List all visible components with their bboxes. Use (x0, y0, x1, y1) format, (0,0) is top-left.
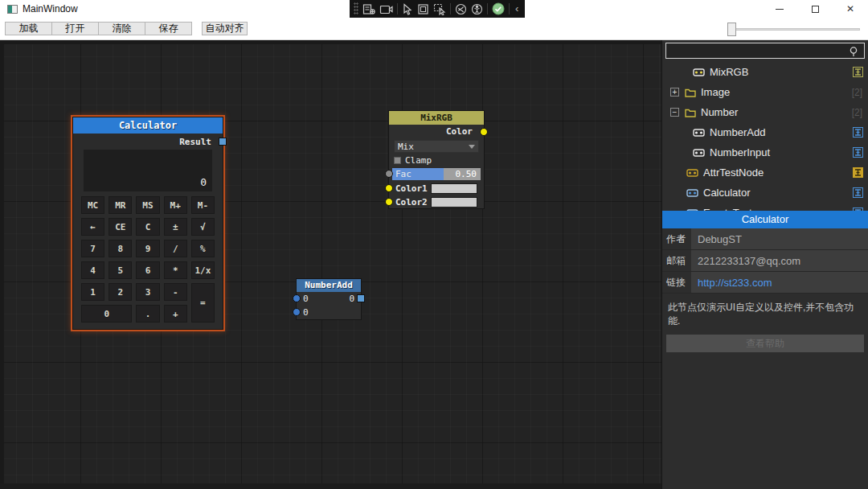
drag-grip-icon[interactable] (354, 2, 358, 15)
key-3[interactable]: 3 (136, 283, 159, 301)
color-output-connector[interactable] (480, 128, 488, 136)
numberadd-node-title[interactable]: NumberAdd (297, 279, 361, 292)
key-plusminus[interactable]: ± (164, 218, 187, 236)
fac-label: Fac (395, 169, 411, 179)
tree-item-attrtestnode[interactable]: AttrTestNode (662, 162, 868, 183)
zoom-slider[interactable] (727, 26, 860, 32)
key-plus[interactable]: + (164, 305, 187, 323)
key-dot[interactable]: . (136, 305, 159, 323)
key-ce[interactable]: CE (108, 218, 132, 236)
link-value[interactable]: http://st233.com (691, 272, 868, 293)
key-8[interactable]: 8 (108, 240, 132, 257)
key-0[interactable]: 0 (81, 305, 132, 323)
tree-item-number-folder[interactable]: − Number [2] (662, 102, 868, 122)
fac-slider[interactable]: Fac 0.50 (392, 168, 481, 180)
mixrgb-node[interactable]: MixRGB Color Mix Clamp Fac 0.50 (388, 110, 485, 209)
status-check-icon[interactable] (492, 2, 505, 15)
color1-input-connector[interactable] (385, 184, 393, 192)
calculator-keypad: MC MR MS M+ M- ← CE C ± √ 7 8 9 / % 4 5 (81, 196, 215, 323)
tree-item-numberadd[interactable]: NumberAdd (662, 122, 868, 142)
key-mr[interactable]: MR (108, 196, 132, 214)
folder-icon (685, 108, 696, 117)
collapse-icon[interactable]: − (670, 108, 679, 117)
property-panel: Calculator 作者 DebugST 邮箱 2212233137@qq.c… (662, 211, 868, 489)
number-input2-connector[interactable] (293, 308, 301, 316)
color2-swatch[interactable] (431, 197, 477, 208)
key-1[interactable]: 1 (81, 283, 104, 301)
node-tree: MixRGB + Image [2] − Number [2] (662, 62, 868, 211)
gauge-icon[interactable] (455, 3, 467, 15)
fac-input-connector[interactable] (385, 170, 393, 178)
key-mplus[interactable]: M+ (164, 196, 187, 214)
key-equals[interactable]: = (191, 283, 215, 323)
widget-icon (853, 127, 863, 138)
calculator-node-title[interactable]: Calculator (73, 117, 223, 134)
maximize-button[interactable] (797, 0, 833, 18)
result-output-connector[interactable] (219, 138, 227, 146)
open-button[interactable]: 打开 (51, 22, 99, 35)
collapse-chevron-icon[interactable]: ‹ (514, 1, 520, 17)
pointer-icon[interactable] (402, 3, 413, 15)
fac-slider-fill: Fac (392, 168, 444, 180)
key-multiply[interactable]: * (164, 261, 187, 279)
key-reciprocal[interactable]: 1/x (191, 261, 215, 279)
tree-item-calculator[interactable]: Calculator (662, 183, 868, 203)
flow-export-icon[interactable] (362, 3, 375, 15)
search-icon (849, 46, 860, 57)
key-mc[interactable]: MC (81, 196, 104, 214)
tree-item-image-folder[interactable]: + Image [2] (662, 82, 868, 102)
property-panel-title: Calculator (662, 211, 868, 228)
minimize-button[interactable] (762, 0, 797, 18)
node-canvas[interactable]: Calculator Result 0 MC MR MS M+ M- ← CE … (0, 40, 661, 489)
key-minus[interactable]: - (164, 283, 187, 301)
accessibility-icon[interactable] (471, 3, 483, 15)
key-4[interactable]: 4 (81, 261, 104, 279)
save-button[interactable]: 保存 (145, 22, 192, 35)
blend-mode-dropdown[interactable]: Mix (394, 140, 479, 153)
key-mminus[interactable]: M- (191, 196, 215, 214)
pointer-marquee-icon[interactable] (433, 3, 446, 15)
key-divide[interactable]: / (164, 240, 187, 257)
search-input[interactable] (666, 43, 864, 58)
key-6[interactable]: 6 (136, 261, 159, 279)
key-5[interactable]: 5 (108, 261, 132, 279)
key-c[interactable]: C (136, 218, 159, 236)
calculator-node[interactable]: Calculator Result 0 MC MR MS M+ M- ← CE … (72, 117, 223, 330)
key-2[interactable]: 2 (108, 283, 132, 301)
clamp-checkbox[interactable] (394, 157, 401, 164)
tree-item-mixrgb[interactable]: MixRGB (662, 62, 868, 82)
key-sqrt[interactable]: √ (191, 218, 215, 236)
marquee-select-icon[interactable] (417, 3, 429, 15)
view-help-button[interactable]: 查看帮助 (666, 335, 864, 352)
key-backspace[interactable]: ← (81, 218, 104, 236)
slider-handle[interactable] (727, 23, 736, 36)
color1-swatch[interactable] (431, 183, 477, 194)
slider-track[interactable] (727, 28, 860, 31)
widget-icon (853, 67, 863, 77)
number-input1-connector[interactable] (293, 294, 301, 302)
key-9[interactable]: 9 (136, 240, 159, 257)
canvas-edge (0, 40, 661, 44)
canvas-edge (0, 40, 4, 489)
clamp-row: Clamp (389, 154, 484, 166)
fac-slider-rest: 0.50 (444, 168, 481, 180)
numberadd-node[interactable]: NumberAdd 0 0 0 (296, 278, 362, 320)
node-description: 此节点仅演示UI自定义以及控件,并不包含功能. (662, 294, 868, 335)
key-ms[interactable]: MS (136, 196, 159, 214)
mixrgb-node-title[interactable]: MixRGB (389, 111, 484, 125)
tree-item-label: Number (701, 106, 738, 118)
color2-input-connector[interactable] (385, 198, 393, 206)
key-7[interactable]: 7 (81, 240, 104, 257)
author-label: 作者 (662, 228, 691, 249)
tree-item-numberinput[interactable]: NumberInput (662, 142, 868, 162)
expand-icon[interactable]: + (670, 88, 679, 97)
tree-item-label: AttrTestNode (703, 166, 764, 179)
auto-align-button[interactable]: 自动对齐 (202, 22, 248, 35)
number-output-connector[interactable] (357, 294, 365, 302)
camera-icon[interactable] (379, 4, 393, 14)
tree-item-emptytest[interactable]: EmptyTest (662, 203, 868, 211)
load-button[interactable]: 加载 (5, 22, 52, 35)
key-percent[interactable]: % (191, 240, 215, 257)
clear-button[interactable]: 清除 (98, 22, 145, 35)
close-button[interactable]: ✕ (833, 0, 868, 18)
